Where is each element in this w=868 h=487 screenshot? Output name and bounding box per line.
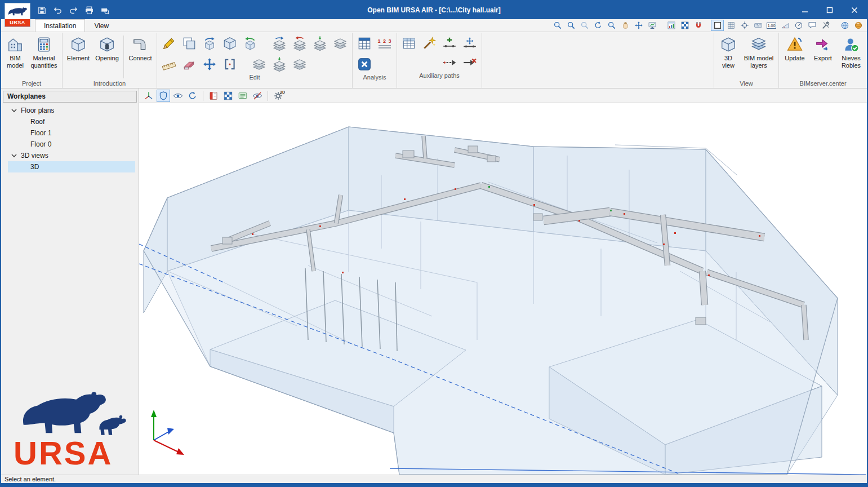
measurement-table-button[interactable] bbox=[665, 20, 678, 31]
zoom-extents-button[interactable] bbox=[564, 20, 577, 31]
minimize-button[interactable] bbox=[793, 2, 817, 18]
pattern-fill-button[interactable] bbox=[678, 20, 691, 31]
crosshair-button[interactable] bbox=[738, 20, 751, 31]
fit-screen-button[interactable] bbox=[646, 20, 658, 31]
grid-toggle-button[interactable] bbox=[724, 20, 737, 31]
stack-move-floor-button[interactable] bbox=[270, 55, 289, 73]
tree-item-label: 3D bbox=[30, 163, 39, 171]
tab-view[interactable]: View bbox=[85, 19, 118, 32]
array-group-button[interactable] bbox=[331, 34, 350, 52]
app-logo[interactable]: URSA bbox=[5, 3, 30, 27]
numbering-button[interactable]: 1 2 3 bbox=[375, 34, 394, 52]
save-button[interactable] bbox=[35, 4, 49, 16]
tree-item-3d[interactable]: 3D bbox=[8, 161, 135, 172]
delete-path-button[interactable] bbox=[460, 54, 479, 72]
analysis-results-button[interactable] bbox=[355, 34, 374, 52]
copy-group-button[interactable] bbox=[270, 34, 289, 52]
show-elements-button[interactable] bbox=[171, 90, 185, 102]
tree-item-floor-1[interactable]: Floor 1 bbox=[8, 127, 135, 139]
user-account-button[interactable]: Nieves Robles bbox=[838, 34, 865, 70]
undo-button[interactable] bbox=[51, 4, 65, 16]
material-quantities-button[interactable]: Material quantities bbox=[28, 34, 60, 70]
slope-tool-button[interactable] bbox=[778, 20, 791, 31]
paths-table-button[interactable] bbox=[399, 34, 419, 52]
zoom-selection-button[interactable] bbox=[578, 20, 591, 31]
frame-view-button[interactable] bbox=[711, 20, 724, 31]
measure-button[interactable] bbox=[159, 55, 179, 73]
tab-installation[interactable]: Installation bbox=[35, 19, 85, 32]
maximize-button[interactable] bbox=[817, 2, 842, 18]
group-label-introduction: Introduction bbox=[65, 79, 154, 88]
opening-button[interactable]: Opening bbox=[93, 34, 121, 64]
zoom-window-button[interactable] bbox=[605, 20, 618, 31]
rotate-right-icon bbox=[243, 36, 257, 51]
stack-copy-floor-button[interactable] bbox=[250, 55, 269, 73]
3d-viewport[interactable] bbox=[139, 103, 867, 475]
ruler-icon bbox=[162, 57, 176, 72]
console-keyboard-button[interactable] bbox=[236, 90, 250, 102]
auto-path-button[interactable] bbox=[420, 34, 439, 52]
numbering-icon: 1 2 3 bbox=[376, 35, 394, 52]
bim-model-layers-button[interactable]: BIM model layers bbox=[741, 34, 776, 70]
settings-3d-button[interactable]: 3D bbox=[271, 90, 285, 102]
section-views-button[interactable] bbox=[207, 90, 220, 102]
compass-tool-button[interactable] bbox=[792, 20, 805, 31]
numbering-badge: 1 2 3 bbox=[377, 38, 391, 44]
section-book-icon bbox=[208, 91, 219, 101]
tree-group-floor-plans[interactable]: Floor plans bbox=[8, 105, 135, 116]
add-path-node-button[interactable] bbox=[440, 34, 459, 52]
close-button[interactable] bbox=[842, 2, 867, 18]
delete-button[interactable] bbox=[180, 55, 199, 73]
move-view-button[interactable] bbox=[632, 20, 645, 31]
tree-item-floor-0[interactable]: Floor 0 bbox=[8, 139, 135, 150]
element-button[interactable]: Element bbox=[65, 34, 92, 64]
connect-button[interactable]: Connect bbox=[126, 34, 154, 64]
copy-button[interactable] bbox=[180, 34, 199, 52]
view-axes-button[interactable] bbox=[142, 90, 155, 102]
redo-button[interactable] bbox=[66, 4, 81, 16]
crosshair-icon bbox=[740, 21, 749, 30]
keyboard-entry-button[interactable] bbox=[751, 20, 764, 31]
rotate-group-button[interactable] bbox=[290, 34, 309, 52]
render-quality-button[interactable] bbox=[852, 20, 865, 31]
orbit-icon bbox=[594, 21, 603, 30]
move-cross-icon bbox=[202, 57, 217, 72]
pan-button[interactable] bbox=[618, 20, 631, 31]
raise-group-button[interactable] bbox=[310, 34, 330, 52]
active-workplane-button[interactable] bbox=[157, 90, 170, 102]
zoom-previous-button[interactable] bbox=[551, 20, 564, 31]
texture-view-button[interactable] bbox=[221, 90, 235, 102]
edit-pencil-button[interactable] bbox=[159, 34, 179, 52]
tree-item-roof[interactable]: Roof bbox=[8, 116, 135, 127]
print-preview-button[interactable] bbox=[98, 4, 112, 16]
bim-model-button[interactable]: BIM model bbox=[3, 34, 27, 70]
rotate-right-button[interactable] bbox=[241, 34, 260, 52]
chevron-down-icon[interactable] bbox=[11, 153, 17, 158]
configuration-tools-button[interactable] bbox=[819, 20, 832, 31]
tree-group-3d-views[interactable]: 3D views bbox=[8, 150, 135, 161]
chevron-down-icon[interactable] bbox=[11, 108, 17, 113]
analysis-abort-button[interactable] bbox=[355, 55, 374, 73]
move-path-node-button[interactable] bbox=[460, 34, 479, 52]
extend-path-button[interactable] bbox=[440, 54, 459, 72]
move-free-button[interactable] bbox=[200, 55, 219, 73]
export-button[interactable]: Export bbox=[809, 34, 836, 64]
update-button[interactable]: Update bbox=[781, 34, 808, 64]
save-icon bbox=[37, 6, 47, 15]
magnet-snap-button[interactable] bbox=[692, 20, 705, 31]
hide-elements-button[interactable] bbox=[251, 90, 264, 102]
stack-lower-floor-button[interactable] bbox=[290, 55, 309, 73]
zoom-window-icon bbox=[607, 21, 616, 30]
3d-view-button[interactable]: 3D view bbox=[716, 34, 740, 70]
reference-edit-button[interactable] bbox=[220, 55, 239, 73]
comment-button[interactable] bbox=[805, 20, 818, 31]
ursa-wordmark: URSA bbox=[6, 439, 134, 467]
scale-display-button[interactable]: 1.00 bbox=[765, 20, 778, 31]
print-button[interactable] bbox=[82, 4, 96, 16]
move-element-button[interactable] bbox=[220, 34, 239, 52]
rotate-left-button[interactable] bbox=[200, 34, 219, 52]
orbit-rotate-button[interactable] bbox=[186, 90, 199, 102]
orbit-view-button[interactable] bbox=[591, 20, 604, 31]
web-globe-button[interactable] bbox=[838, 20, 851, 31]
3d-view-label: 3D view bbox=[718, 55, 739, 69]
